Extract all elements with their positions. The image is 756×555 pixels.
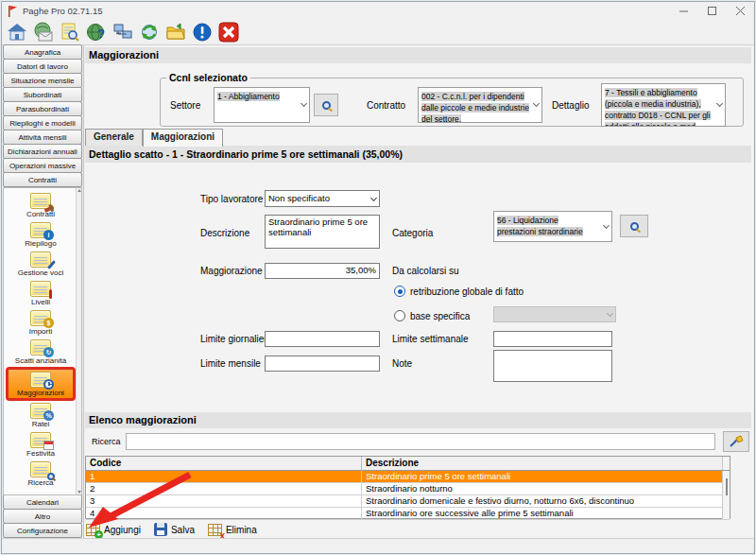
refresh-icon: ↻ <box>43 347 54 357</box>
sidebar-icon-panel: Contratti i Riepilogo Gestione voci Live… <box>3 187 82 495</box>
note-textarea[interactable] <box>493 350 612 382</box>
sidebar-section-riepiloghi-e-modelli[interactable]: Riepiloghi e modelli <box>3 115 82 130</box>
info-badge-icon: i <box>43 230 54 240</box>
home-icon[interactable] <box>6 21 28 43</box>
sidebar-item-festivita[interactable]: Festivita <box>6 430 76 460</box>
sidebar-item-scatti-anzianita[interactable]: ↻ Scatti anzianità <box>6 338 76 367</box>
column-header-descrizione[interactable]: Descrizione <box>362 457 722 470</box>
ricerca-input[interactable] <box>126 433 715 450</box>
help-globe-icon[interactable]: ? <box>85 21 108 43</box>
detail-header: Dettaglio scatto - 1 - Straordinario pri… <box>85 146 751 163</box>
search-icon <box>630 222 639 231</box>
table-row[interactable]: 2 Straordinario notturno <box>86 483 730 495</box>
sidebar-item-ricerca[interactable]: Ricerca <box>6 460 76 489</box>
limite-giornaliero-input[interactable] <box>265 331 380 347</box>
sidebar: Anagrafica Datori di lavoro Situazione m… <box>2 45 83 538</box>
clock-icon <box>43 379 54 390</box>
chevron-down-icon <box>607 309 613 316</box>
sidebar-item-riepilogo[interactable]: i Riepilogo <box>6 220 76 250</box>
limite-settimanale-label: Limite settimanale <box>392 334 469 344</box>
app-window: Paghe Pro 02.71.15 ? <box>1 1 755 554</box>
sidebar-section-operazioni-massive[interactable]: Operazioni massive <box>3 158 82 173</box>
money-icon: $ <box>43 318 54 328</box>
magnifier-icon <box>47 473 55 480</box>
table-row[interactable]: 3 Straordinario domenicale e festivo diu… <box>86 495 730 508</box>
seniority-notepad-icon: ↻ <box>30 339 51 356</box>
svg-text:?: ? <box>97 26 105 41</box>
broom-icon <box>729 435 744 448</box>
holidays-notepad-icon <box>30 432 51 448</box>
sidebar-item-importi[interactable]: $ Importi <box>6 308 76 338</box>
table-scrollbar[interactable] <box>722 471 730 518</box>
sidebar-scrollbar[interactable] <box>76 188 81 494</box>
sidebar-section-situazione-mensile[interactable]: Situazione mensile <box>3 73 82 88</box>
table-scrollbar-top <box>722 457 730 470</box>
radio-base-specifica[interactable]: base specifica <box>394 310 470 321</box>
chevron-down-icon <box>603 221 610 228</box>
settore-search-button[interactable] <box>314 94 338 116</box>
search-document-icon[interactable] <box>59 21 81 43</box>
sidebar-item-maggiorazioni[interactable]: Maggiorazioni <box>6 367 76 401</box>
categoria-search-button[interactable] <box>620 215 648 237</box>
network-icon[interactable] <box>112 21 134 43</box>
sidebar-section-subordinati[interactable]: Subordinati <box>3 87 82 102</box>
sidebar-section-attivita-mensili[interactable]: Attività mensili <box>3 130 82 145</box>
tipo-lavoratore-select[interactable]: Non specificato <box>265 190 380 207</box>
sidebar-section-parasubordinati[interactable]: Parasubordinati <box>3 101 82 116</box>
aggiungi-button[interactable]: + Aggiungi <box>86 524 141 536</box>
radio-icon <box>394 310 405 321</box>
info-icon[interactable] <box>191 21 214 43</box>
note-label: Note <box>392 358 412 369</box>
da-calcolarsi-label: Da calcolarsi su <box>392 266 459 276</box>
sidebar-item-contratti[interactable]: Contratti <box>6 191 76 220</box>
limite-mensile-label: Limite mensile <box>200 358 261 369</box>
export-folder-icon[interactable] <box>164 21 187 43</box>
sidebar-section-altro[interactable]: Altro <box>3 509 82 524</box>
table-row[interactable]: 1 Straordinario prime 5 ore settimanali <box>86 471 730 483</box>
elimina-button[interactable]: x Elimina <box>208 524 257 536</box>
sidebar-section-dichiarazioni-annuali[interactable]: Dichiarazioni annuali <box>3 144 82 159</box>
maximize-button[interactable] <box>697 2 726 20</box>
radio-icon <box>394 286 405 297</box>
chevron-down-icon <box>716 100 723 107</box>
settore-combobox[interactable]: 1 - Abbigliamento <box>214 87 310 123</box>
categoria-label: Categoria <box>392 228 433 238</box>
sidebar-section-calendari[interactable]: Calendari <box>3 494 82 510</box>
sidebar-item-ratei[interactable]: % Ratei <box>6 401 76 430</box>
globe-mail-icon[interactable] <box>32 21 55 43</box>
limite-mensile-input[interactable] <box>265 356 380 372</box>
minimize-button[interactable] <box>669 2 697 20</box>
salva-button[interactable]: Salva <box>154 523 195 536</box>
descrizione-textarea[interactable]: Straordinario prime 5 ore settimanali <box>265 215 380 249</box>
status-bar <box>2 538 754 553</box>
tab-maggiorazioni[interactable]: Maggiorazioni <box>143 129 223 147</box>
contracts-notepad-icon <box>30 193 51 209</box>
items-notepad-icon <box>30 251 51 268</box>
detail-tabs: Generale Maggiorazioni <box>85 129 223 147</box>
sidebar-section-configurazione[interactable]: Configurazione <box>3 523 82 538</box>
sidebar-section-datori-di-lavoro[interactable]: Datori di lavoro <box>3 59 82 74</box>
ccnl-groupbox: Ccnl selezionato Settore 1 - Abbigliamen… <box>160 72 744 127</box>
settore-label: Settore <box>170 100 208 111</box>
limite-settimanale-input[interactable] <box>493 331 612 347</box>
radio-retribuzione-globale[interactable]: retribuzione globale di fatto <box>394 286 524 297</box>
exit-icon[interactable] <box>217 21 240 43</box>
categoria-combobox[interactable]: 56 - Liquidazione prestazioni straordina… <box>493 211 612 242</box>
sidebar-section-contratti[interactable]: Contratti <box>3 172 82 187</box>
sidebar-item-gestione-voci[interactable]: Gestione voci <box>6 250 76 279</box>
chevron-down-icon <box>533 100 540 107</box>
clear-search-button[interactable] <box>723 431 749 452</box>
sidebar-section-anagrafica[interactable]: Anagrafica <box>3 44 82 60</box>
chevron-down-icon <box>301 100 307 107</box>
window-title: Paghe Pro 02.71.15 <box>23 6 103 16</box>
maggiorazione-input[interactable]: 35,00% <box>265 263 380 279</box>
table-row[interactable]: 4 Straordinario ore successive alle prim… <box>86 508 730 520</box>
tab-generale[interactable]: Generale <box>85 129 143 146</box>
amounts-notepad-icon: $ <box>30 310 51 326</box>
column-header-codice[interactable]: Codice <box>86 457 362 470</box>
dettaglio-combobox[interactable]: 7 - Tessili e abbigliamento (piccola e m… <box>601 83 726 127</box>
sync-globe-icon[interactable] <box>138 21 161 43</box>
contratto-combobox[interactable]: 002 - C.c.n.l. per i dipendenti dalle pi… <box>418 87 542 123</box>
close-button[interactable] <box>726 2 754 20</box>
sidebar-item-livelli[interactable]: Livelli <box>6 279 76 308</box>
